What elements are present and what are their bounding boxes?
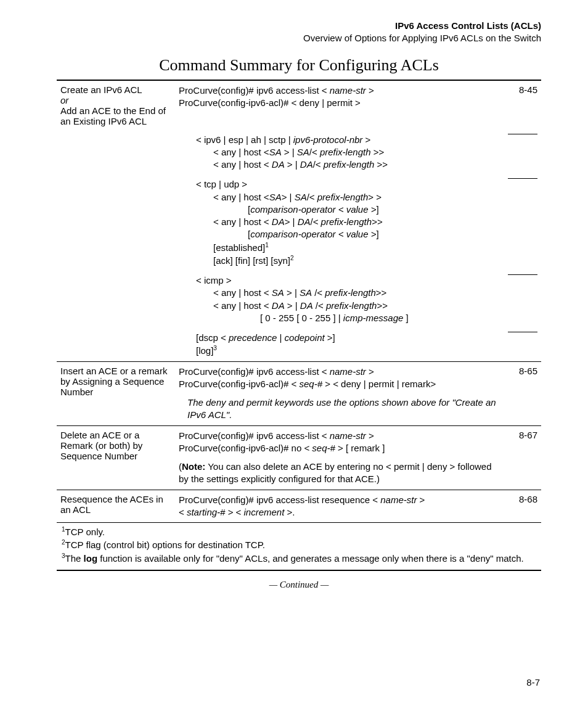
row1-blk2-l1: < tcp | udp > xyxy=(179,178,500,191)
row3-page: 8-67 xyxy=(504,425,541,490)
row2-page: 8-65 xyxy=(504,361,541,425)
mini-rule-4 xyxy=(508,332,537,332)
row1-blk2-est: [established]1 xyxy=(179,241,500,254)
row2-label: Insert an ACE or a remark by Assigning a… xyxy=(57,361,175,425)
row1-sub-line: ProCurve(config-ipv6-acl)# < deny | perm… xyxy=(179,97,361,108)
row4-page: 8-68 xyxy=(504,490,541,522)
row1-blk3-l3: < any | host < DA > | DA /< prefix-lengt… xyxy=(179,300,500,312)
mini-rule-3 xyxy=(508,274,537,275)
row1-blk2-l2: < any | host <SA> | SA/< prefix-length> … xyxy=(179,191,500,203)
row2-cmd2: ProCurve(config-ipv6-acl)# < seq-# > < d… xyxy=(179,379,436,389)
section-title: Command Summary for Configuring ACLs xyxy=(57,56,541,75)
row3-cmd2: ProCurve(config-ipv6-acl)# no < seq-# > … xyxy=(179,443,385,453)
command-table: Create an IPv6 ACL or Add an ACE to the … xyxy=(57,81,541,523)
row1-label-a: Create an IPv6 ACL xyxy=(60,84,142,95)
row3-cmd1: ProCurve(config)# ipv6 access-list < nam… xyxy=(179,430,374,441)
row1-blk3-l2: < any | host < SA > | SA /< prefix-lengt… xyxy=(179,287,500,299)
row1-blk2-comp1: [comparison-operator < value >] xyxy=(179,203,500,216)
row1-label-or: or xyxy=(60,95,68,105)
row1-blk2-comp2: [comparison-operator < value >] xyxy=(179,228,500,240)
page-number: 8-7 xyxy=(526,677,540,688)
header-subtitle: Overview of Options for Applying IPv6 AC… xyxy=(57,32,541,44)
mini-rule-2 xyxy=(508,178,537,179)
row4-cmd2: < starting-# > < increment >. xyxy=(179,507,295,517)
continued-label: — Continued — xyxy=(57,580,541,590)
bottom-rule xyxy=(57,570,541,571)
row1-blk2-l4: < any | host < DA> | DA/< prefix-length>… xyxy=(179,216,500,228)
row2-note: The deny and permit keywords use the opt… xyxy=(179,396,500,422)
row1-blk2-flags: [ack] [fin] [rst] [syn]2 xyxy=(179,254,500,267)
row1-blk3-l4: [ 0 - 255 [ 0 - 255 ] | icmp-message ] xyxy=(179,312,500,324)
row3-label: Delete an ACE or a Remark (or both) by S… xyxy=(57,425,175,490)
row1-blk1-l1: < ipv6 | esp | ah | sctp | ipv6-protocol… xyxy=(179,134,500,146)
page-header: IPv6 Access Control Lists (ACLs) Overvie… xyxy=(57,20,541,45)
row1-blk1-l2: < any | host <SA > | SA/< prefix-length … xyxy=(179,146,500,158)
row1-cmd-line: ProCurve(config)# ipv6 access-list < nam… xyxy=(179,85,374,96)
row3-note: (Note: You can also delete an ACE by ent… xyxy=(179,461,492,484)
row4-label: Resequence the ACEs in an ACL xyxy=(57,490,175,522)
row1-blk4-l1: [dscp < precedence | codepoint >] xyxy=(179,332,500,344)
row1-label-b: Add an ACE to the End of an Existing IPv… xyxy=(60,105,166,126)
row1-blk4-l2: [log]3 xyxy=(179,344,500,357)
row1-blk3-l1: < icmp > xyxy=(179,274,500,287)
header-title: IPv6 Access Control Lists (ACLs) xyxy=(57,20,541,32)
row1-page: 8-45 xyxy=(504,81,541,130)
mini-rule-1 xyxy=(508,134,537,134)
row4-cmd1: ProCurve(config)# ipv6 access-list reseq… xyxy=(179,495,425,505)
footnotes: 1TCP only. 2TCP flag (control bit) optio… xyxy=(57,523,541,570)
row2-cmd1: ProCurve(config)# ipv6 access-list < nam… xyxy=(179,366,374,377)
row1-blk1-l3: < any | host < DA > | DA/< prefix-length… xyxy=(179,158,500,171)
